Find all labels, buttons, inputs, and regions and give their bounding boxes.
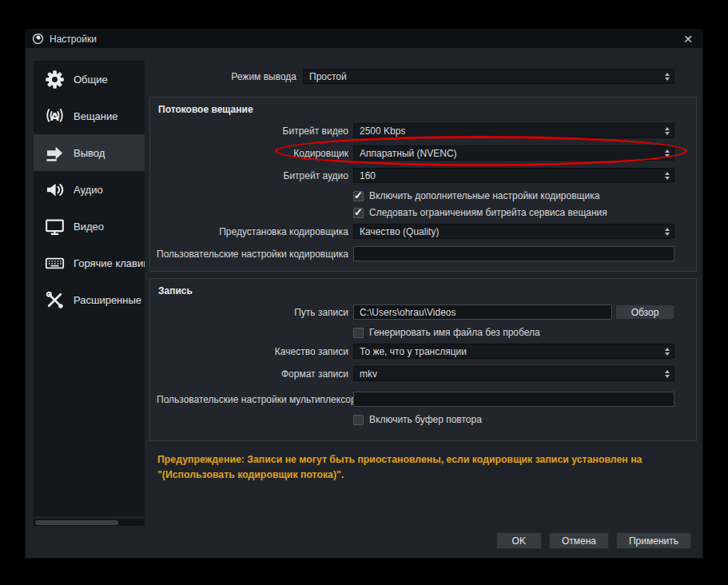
sidebar-item-advanced[interactable]: Расширенные — [34, 281, 145, 318]
encoder-dropdown[interactable]: Аппаратный (NVENC) — [353, 145, 674, 161]
close-icon[interactable]: ✕ — [680, 31, 696, 47]
sidebar-item-label: Горячие клавиш — [74, 257, 145, 269]
browse-button[interactable]: Обзор — [615, 304, 674, 320]
output-mode-row: Режим вывода Простой — [149, 69, 697, 84]
encoder-row: Кодировщик Аппаратный (NVENC) — [157, 145, 674, 161]
recording-path-value: C:\Users\ohrau\Videos — [360, 307, 456, 318]
checkbox-label: Включить буфер повтора — [369, 414, 482, 425]
custom-encoder-settings-input[interactable] — [353, 246, 674, 261]
recording-quality-value: То же, что у трансляции — [360, 346, 467, 357]
recording-quality-row: Качество записи То же, что у трансляции — [157, 344, 674, 359]
dropdown-arrows-icon — [665, 225, 670, 238]
spinbox-arrows-icon[interactable] — [665, 169, 670, 182]
replay-buffer-checkbox[interactable]: Включить буфер повтора — [353, 414, 674, 425]
custom-encoder-settings-label: Пользовательские настройки кодировщика — [157, 249, 348, 260]
recording-quality-dropdown[interactable]: То же, что у трансляции — [353, 344, 674, 359]
recording-format-dropdown[interactable]: mkv — [353, 366, 674, 381]
audio-bitrate-row: Битрейт аудио 160 — [157, 168, 674, 183]
recording-path-input[interactable]: C:\Users\ohrau\Videos — [353, 304, 612, 320]
recording-format-label: Формат записи — [157, 368, 348, 380]
output-icon — [40, 142, 69, 164]
streaming-group: Потоковое вещание Битрейт видео 2500 Kbp… — [149, 97, 697, 272]
obs-logo-icon — [32, 33, 44, 45]
encoder-preset-row: Предустановка кодировщика Качество (Qual… — [157, 224, 674, 239]
settings-window: Настройки ✕ — [25, 29, 703, 559]
sidebar-item-label: Вещание — [74, 110, 118, 122]
broadcast-icon: A — [40, 105, 69, 127]
gear-icon — [40, 69, 69, 90]
audio-icon — [40, 179, 69, 201]
audio-bitrate-spinbox[interactable]: 160 — [353, 168, 674, 183]
checkbox-box[interactable] — [353, 208, 364, 218]
advanced-encoder-settings-checkbox[interactable]: Включить дополнительные настройки кодиро… — [353, 190, 674, 201]
sidebar-item-stream[interactable]: A Вещание — [34, 98, 145, 134]
recording-group: Запись Путь записи C:\Users\ohrau\Videos… — [149, 278, 697, 441]
output-mode-label: Режим вывода — [149, 71, 296, 82]
dropdown-arrows-icon — [665, 344, 670, 358]
sidebar-item-label: Расширенные — [74, 294, 141, 306]
audio-bitrate-label: Битрейт аудио — [157, 170, 348, 181]
sidebar-horizontal-scrollbar[interactable] — [34, 519, 145, 526]
enforce-bitrate-checkbox[interactable]: Следовать ограничениям битрейта сервиса … — [353, 207, 674, 218]
ok-button[interactable]: OK — [496, 532, 542, 549]
checkbox-box[interactable] — [353, 328, 364, 338]
sidebar-item-audio[interactable]: Аудио — [34, 171, 145, 208]
sidebar-item-hotkeys[interactable]: Горячие клавиш — [34, 245, 145, 281]
checkbox-box[interactable] — [353, 415, 364, 425]
checkbox-label: Генерировать имя файла без пробела — [369, 327, 540, 338]
video-bitrate-spinbox[interactable]: 2500 Kbps — [353, 123, 674, 138]
dropdown-arrows-icon — [665, 367, 670, 380]
checkbox-label: Включить дополнительные настройки кодиро… — [369, 190, 599, 201]
sidebar-item-label: Аудио — [74, 184, 103, 196]
audio-bitrate-value: 160 — [360, 170, 376, 181]
sidebar-item-general[interactable]: Общие — [34, 61, 145, 98]
spinbox-arrows-icon[interactable] — [665, 124, 670, 137]
video-icon — [40, 216, 69, 237]
dropdown-arrows-icon — [665, 146, 670, 160]
encoder-value: Аппаратный (NVENC) — [360, 148, 457, 159]
recording-path-label: Путь записи — [157, 307, 348, 318]
apply-button[interactable]: Применить — [616, 532, 691, 549]
svg-text:A: A — [50, 109, 59, 122]
streaming-group-title: Потоковое вещание — [158, 104, 674, 115]
sidebar-item-label: Вывод — [74, 147, 105, 159]
sidebar: Общие A Вещание — [34, 61, 145, 516]
checkbox-label: Следовать ограничениям битрейта сервиса … — [369, 207, 607, 218]
recording-path-row: Путь записи C:\Users\ohrau\Videos Обзор — [157, 304, 674, 320]
output-mode-dropdown[interactable]: Простой — [303, 69, 674, 84]
sidebar-item-video[interactable]: Видео — [34, 208, 145, 245]
filename-without-space-checkbox[interactable]: Генерировать имя файла без пробела — [353, 327, 674, 338]
dropdown-arrows-icon — [665, 70, 670, 83]
video-bitrate-value: 2500 Kbps — [360, 125, 405, 137]
custom-muxer-settings-input[interactable] — [353, 392, 674, 407]
pause-warning-text: Предупреждение: Записи не могут быть при… — [149, 452, 645, 483]
scrollbar-thumb[interactable] — [35, 520, 118, 525]
checkbox-box[interactable] — [353, 191, 364, 201]
window-title: Настройки — [50, 34, 97, 45]
encoder-preset-value: Качество (Quality) — [360, 226, 439, 237]
sidebar-item-label: Общие — [74, 74, 108, 86]
filename-without-space-row: Генерировать имя файла без пробела — [157, 327, 674, 338]
encoder-label: Кодировщик — [157, 148, 348, 159]
output-settings-panel: Режим вывода Простой Потоковое вещание Б… — [149, 61, 697, 483]
recording-group-title: Запись — [158, 285, 674, 296]
video-bitrate-row: Битрейт видео 2500 Kbps — [157, 123, 674, 138]
advanced-encoder-settings-row: Включить дополнительные настройки кодиро… — [157, 190, 674, 201]
encoder-preset-dropdown[interactable]: Качество (Quality) — [353, 224, 674, 239]
video-bitrate-label: Битрейт видео — [157, 125, 348, 137]
custom-muxer-settings-row: Пользовательские настройки мультиплексор… — [157, 392, 674, 407]
sidebar-item-output[interactable]: Вывод — [34, 134, 145, 171]
output-mode-value: Простой — [309, 71, 347, 82]
custom-encoder-settings-row: Пользовательские настройки кодировщика — [157, 246, 674, 261]
encoder-preset-label: Предустановка кодировщика — [157, 226, 348, 237]
screen: Настройки ✕ — [0, 0, 728, 585]
recording-quality-label: Качество записи — [157, 346, 348, 357]
cancel-button[interactable]: Отмена — [549, 532, 609, 549]
enforce-bitrate-row: Следовать ограничениям битрейта сервиса … — [157, 207, 674, 218]
titlebar[interactable]: Настройки ✕ — [26, 30, 702, 48]
recording-format-row: Формат записи mkv — [157, 366, 674, 381]
replay-buffer-row: Включить буфер повтора — [157, 414, 674, 425]
custom-muxer-settings-label: Пользовательские настройки мультиплексор… — [157, 394, 348, 405]
sidebar-item-label: Видео — [74, 221, 104, 233]
recording-format-value: mkv — [360, 368, 377, 380]
